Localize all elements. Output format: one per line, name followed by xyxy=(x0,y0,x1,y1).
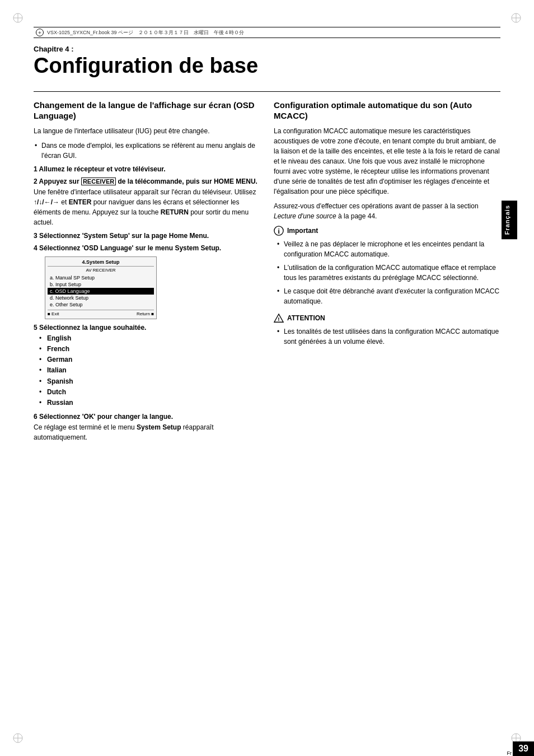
print-mark-icon xyxy=(36,29,44,36)
step-6: 6 Sélectionnez 'OK' pour changer la lang… xyxy=(34,413,260,442)
two-column-layout: Changement de la langue de l'affichage s… xyxy=(34,100,500,447)
corner-mark-tl xyxy=(12,12,24,24)
attention-header: ! ATTENTION xyxy=(274,313,500,323)
lang-english: English xyxy=(39,333,260,344)
page-number-box: 39 xyxy=(513,741,534,756)
step-3: 3 Sélectionnez 'System Setup' sur la pag… xyxy=(34,232,260,240)
attention-list: Les tonalités de test utilisées dans la … xyxy=(276,326,500,347)
osd-menu-subtitle: AV RECEIVER xyxy=(48,268,154,273)
osd-menu-footer: ■ Exit Return ■ xyxy=(48,310,154,316)
step-2: 2 Appuyez sur RECEIVER de la télécommand… xyxy=(34,178,260,227)
attention-icon: ! xyxy=(274,313,284,323)
page-number: 39 xyxy=(518,744,528,753)
lang-german: German xyxy=(39,354,260,365)
corner-mark-tr xyxy=(510,12,522,24)
osd-menu-item-4: e. Other Setup xyxy=(48,301,154,308)
left-intro: La langue de l'interface utilisateur (IU… xyxy=(34,126,260,136)
step-3-header: 3 Sélectionnez 'System Setup' sur la pag… xyxy=(34,232,260,240)
important-item-2: Le casque doit être débranché avant d'ex… xyxy=(276,286,500,306)
step-2-body: Une fenêtre d'interface utilisateur appa… xyxy=(34,187,260,227)
step-2-header: 2 Appuyez sur RECEIVER de la télécommand… xyxy=(34,178,260,185)
chapter-label: Chapitre 4 : xyxy=(34,45,500,53)
page-number-sub: Fr xyxy=(507,750,512,756)
important-item-0: Veillez à ne pas déplacer le microphone … xyxy=(276,239,500,259)
step-4-header: 4 Sélectionnez 'OSD Language' sur le men… xyxy=(34,244,260,252)
language-list: English French German Italian Spanish Du… xyxy=(39,333,260,408)
important-list: Veillez à ne pas déplacer le microphone … xyxy=(276,239,500,306)
bullet-item-gui: Dans ce mode d'emploi, les explications … xyxy=(34,141,260,161)
lang-dutch: Dutch xyxy=(39,387,260,398)
left-bullet-list: Dans ce mode d'emploi, les explications … xyxy=(34,141,260,161)
right-section-heading: Configuration optimale automatique du so… xyxy=(274,100,500,122)
osd-exit-label: ■ Exit xyxy=(48,311,59,316)
important-icon: i xyxy=(274,226,284,236)
osd-menu-item-0: a. Manual SP Setup xyxy=(48,274,154,281)
attention-box: ! ATTENTION Les tonalités de test utilis… xyxy=(274,313,500,347)
receiver-button-label: RECEIVER xyxy=(81,178,116,185)
osd-menu-item-2: c. OSD Language xyxy=(48,288,154,295)
step-6-body: Ce réglage est terminé et le menu System… xyxy=(34,422,260,442)
print-info-text: VSX-1025_SYXCN_Fr.book 39 ページ ２０１０年３月１７日… xyxy=(47,29,244,36)
right-intro2: Assurez-vous d'effectuer ces opérations … xyxy=(274,201,500,221)
important-label: Important xyxy=(287,227,318,235)
lang-russian: Russian xyxy=(39,398,260,408)
francais-side-tab: Français xyxy=(502,200,517,239)
right-column: Français Configuration optimale automati… xyxy=(274,100,500,447)
svg-text:i: i xyxy=(278,227,280,235)
step-1: 1 Allumez le récepteur et votre télévise… xyxy=(34,165,260,173)
important-item-1: L'utilisation de la configuration MCACC … xyxy=(276,263,500,283)
left-column: Changement de la langue de l'affichage s… xyxy=(34,100,260,447)
osd-menu-screenshot: 4.System Setup AV RECEIVER a. Manual SP … xyxy=(45,256,157,319)
main-content: Chapitre 4 : Configuration de base Chang… xyxy=(34,45,500,722)
attention-label: ATTENTION xyxy=(287,314,325,322)
important-box: i Important Veillez à ne pas déplacer le… xyxy=(274,226,500,306)
step-5: 5 Sélectionnez la langue souhaitée. Engl… xyxy=(34,324,260,408)
step-4: 4 Sélectionnez 'OSD Language' sur le men… xyxy=(34,244,260,252)
lang-italian: Italian xyxy=(39,365,260,376)
step-1-header: 1 Allumez le récepteur et votre télévise… xyxy=(34,165,260,173)
print-header: VSX-1025_SYXCN_Fr.book 39 ページ ２０１０年３月１７日… xyxy=(34,27,500,38)
corner-mark-bl xyxy=(12,732,24,744)
right-intro: La configuration MCACC automatique mesur… xyxy=(274,126,500,197)
osd-return-label: Return ■ xyxy=(137,311,154,316)
step-6-header: 6 Sélectionnez 'OK' pour changer la lang… xyxy=(34,413,260,421)
lang-spanish: Spanish xyxy=(39,376,260,387)
osd-menu-item-1: b. Input Setup xyxy=(48,281,154,288)
osd-menu-item-3: d. Network Setup xyxy=(48,295,154,301)
chapter-title: Configuration de base xyxy=(34,54,500,78)
lang-french: French xyxy=(39,344,260,354)
left-section-heading: Changement de la langue de l'affichage s… xyxy=(34,100,260,122)
osd-menu-title: 4.System Setup xyxy=(48,259,154,267)
important-header: i Important xyxy=(274,226,500,236)
attention-item-0: Les tonalités de test utilisées dans la … xyxy=(276,326,500,347)
step-5-header: 5 Sélectionnez la langue souhaitée. xyxy=(34,324,260,332)
svg-text:!: ! xyxy=(278,316,279,322)
main-divider xyxy=(34,91,500,92)
